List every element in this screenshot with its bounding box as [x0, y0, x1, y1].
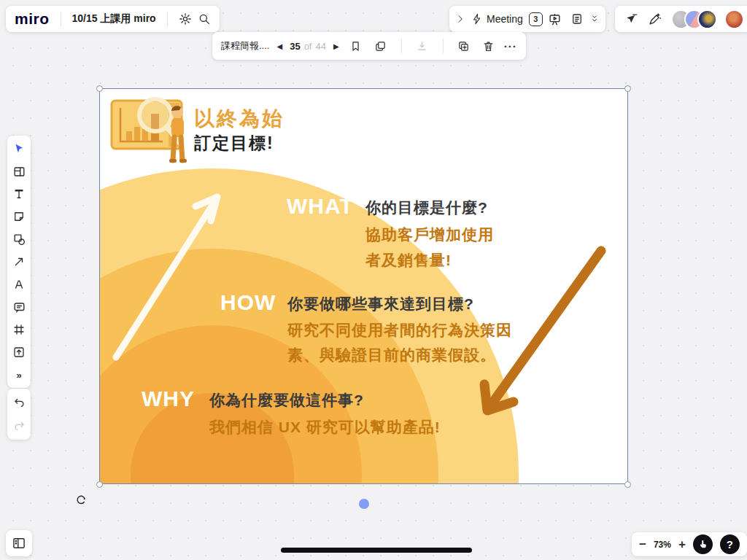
what-question: 你的目標是什麼? — [365, 198, 488, 218]
divider — [443, 39, 444, 53]
avatar-collaborator-3[interactable] — [697, 9, 717, 29]
frames-list-icon — [12, 536, 26, 551]
of-label: of — [304, 41, 312, 52]
why-answer-line1: 我們相信 UX 研究可以幫助產品! — [209, 415, 441, 440]
text-tool-icon[interactable] — [11, 186, 27, 202]
rotate-handle-icon[interactable] — [75, 494, 88, 506]
collapse-double-chevron-icon[interactable] — [589, 14, 600, 24]
collaborator-cursor-dot — [359, 499, 369, 509]
what-answer-line1: 協助客戶增加使用 — [365, 222, 494, 247]
search-icon[interactable] — [198, 12, 211, 26]
divider — [61, 12, 61, 26]
meeting-label: Meeting — [487, 13, 523, 25]
undo-icon[interactable] — [11, 394, 27, 411]
follow-cursor-icon[interactable] — [622, 9, 640, 28]
interactive-hand-button[interactable] — [693, 534, 713, 554]
frames-panel-button[interactable] — [6, 530, 32, 556]
what-label: WHAT — [287, 194, 354, 219]
tool-palette: » — [7, 136, 31, 388]
header-left-panel: miro 10/15 上課用 miro — [6, 6, 220, 32]
chevron-right-icon[interactable] — [455, 14, 465, 24]
select-cursor-tool-icon[interactable] — [11, 141, 27, 157]
what-answer-line2: 者及銷售量! — [365, 248, 452, 273]
download-icon[interactable] — [413, 36, 432, 55]
how-answer-line1: 研究不同使用者間的行為決策因 — [287, 318, 512, 343]
more-tools-button[interactable]: » — [11, 367, 27, 383]
avatar-current-user[interactable] — [724, 9, 744, 29]
divider — [167, 12, 168, 26]
upload-tool-icon[interactable] — [11, 344, 27, 360]
chart-analysis-illustration — [110, 93, 194, 168]
collaboration-panel — [615, 6, 747, 32]
how-answer-line2: 素、與驗證目前的商業假設。 — [287, 343, 496, 368]
more-options-button[interactable]: ··· — [504, 40, 517, 52]
selection-handle-top-left[interactable] — [96, 85, 103, 92]
sticky-note-tool-icon[interactable] — [11, 209, 27, 225]
zoom-in-button[interactable]: + — [678, 537, 686, 552]
meeting-button[interactable]: Meeting — [468, 13, 526, 25]
current-frame-number: 35 — [290, 41, 300, 52]
frame-tool-icon[interactable] — [11, 322, 27, 338]
shapes-tool-icon[interactable] — [11, 231, 27, 247]
help-button[interactable]: ? — [720, 534, 740, 554]
frame-name[interactable]: 課程簡報.... — [221, 39, 269, 52]
selection-handle-bottom-right[interactable] — [624, 481, 631, 488]
how-label: HOW — [220, 290, 276, 315]
slide-frame[interactable]: 以終為始 訂定目標! WHAT 你的目標是什麼? 協助客戶增加使用 者及銷售量!… — [99, 88, 628, 484]
why-question: 你為什麼要做這件事? — [209, 390, 364, 411]
copy-frames-icon[interactable] — [371, 36, 390, 55]
selection-handle-bottom-left[interactable] — [96, 481, 103, 488]
next-frame-button[interactable]: ▶ — [332, 42, 341, 50]
trash-icon[interactable] — [479, 36, 498, 55]
slide-subtitle: 訂定目標! — [194, 132, 274, 155]
canvas-scrollbar-horizontal[interactable] — [281, 548, 472, 553]
how-question: 你要做哪些事來達到目標? — [287, 294, 474, 314]
slide-title: 以終為始 — [194, 105, 285, 133]
pen-tool-icon[interactable] — [11, 276, 27, 292]
lightning-icon — [471, 13, 483, 25]
timer-icon[interactable]: 3 — [529, 12, 543, 26]
connector-arrow-tool-icon[interactable] — [11, 254, 27, 270]
zoom-controls: − 73% + ? — [632, 532, 747, 556]
laser-pen-icon[interactable] — [645, 9, 664, 28]
why-label: WHY — [142, 386, 195, 411]
notes-doc-icon[interactable] — [568, 9, 587, 28]
help-question-mark: ? — [727, 538, 733, 551]
meeting-toolbar: Meeting 3 — [449, 6, 605, 32]
avatar-stack — [671, 9, 744, 29]
frame-context-toolbar: 課程簡報.... ◀ 35 of 44 ▶ ··· — [212, 32, 526, 60]
duplicate-icon[interactable] — [454, 36, 473, 55]
miro-logo[interactable]: miro — [15, 10, 50, 28]
hand-pointer-icon — [697, 539, 708, 550]
board-title[interactable]: 10/15 上課用 miro — [72, 12, 156, 26]
prev-frame-button[interactable]: ◀ — [275, 42, 284, 50]
present-easel-icon[interactable] — [546, 9, 565, 28]
redo-icon[interactable] — [11, 418, 27, 434]
zoom-level[interactable]: 73% — [654, 540, 671, 550]
comment-tool-icon[interactable] — [11, 299, 27, 315]
total-frame-number: 44 — [315, 41, 325, 52]
zoom-out-button[interactable]: − — [639, 537, 646, 552]
bookmark-icon[interactable] — [347, 36, 365, 55]
settings-gear-icon[interactable] — [179, 12, 192, 26]
history-panel — [7, 389, 31, 440]
templates-tool-icon[interactable] — [11, 163, 27, 179]
divider — [401, 39, 402, 53]
selection-handle-top-right[interactable] — [624, 85, 631, 92]
